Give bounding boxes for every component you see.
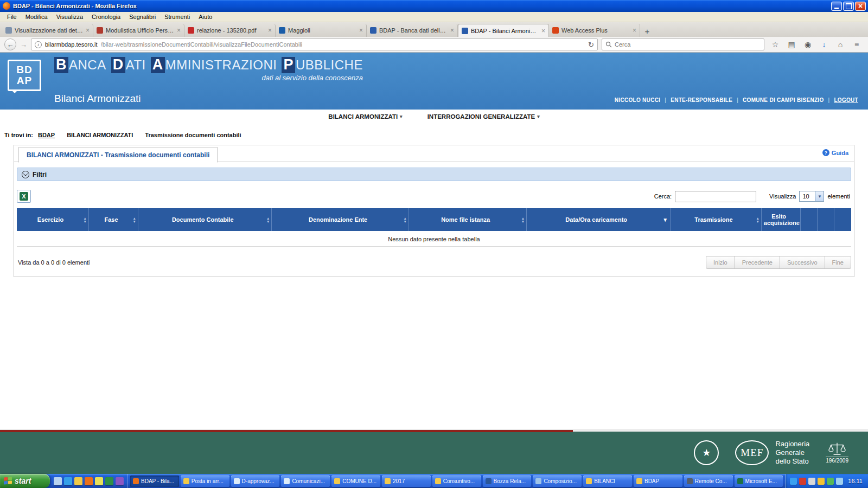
- taskbar-task-bdap[interactable]: BDAP: [634, 476, 682, 487]
- taskbar-task-bdap-bila[interactable]: BDAP - Bila...: [130, 476, 179, 487]
- antivirus-icon[interactable]: [799, 478, 806, 485]
- menu-segnalibri[interactable]: Segnalibri: [125, 13, 159, 21]
- tab-close-icon[interactable]: ×: [541, 27, 545, 35]
- taskbar-task-composizio[interactable]: Composizio...: [533, 476, 582, 487]
- taskbar-clock[interactable]: 16.11: [848, 478, 863, 484]
- browser-tab[interactable]: Maggioli×: [276, 24, 367, 37]
- column-header-fase[interactable]: Fase▲▼: [88, 208, 138, 231]
- minimize-button[interactable]: [831, 2, 842, 11]
- browser-tab[interactable]: Modulistica Ufficio Personale - ...×: [93, 24, 184, 37]
- bookmark-star-icon[interactable]: ☆: [768, 40, 782, 49]
- back-button[interactable]: [4, 38, 16, 50]
- column-header-denominazione-ente[interactable]: Denominazione Ente▲▼: [272, 208, 409, 231]
- mef-circle-icon: MEF: [735, 440, 769, 465]
- search-input[interactable]: [615, 41, 761, 48]
- nav-interrogazioni-generalizzate[interactable]: INTERROGAZIONI GENERALIZZATE▾: [427, 113, 540, 120]
- taskbar-task-comunicazi[interactable]: Comunicazi...: [281, 476, 330, 487]
- pagination-fine[interactable]: Fine: [825, 256, 851, 269]
- scales-icon: [827, 442, 847, 456]
- explorer-icon[interactable]: [95, 477, 103, 485]
- breadcrumb-trasmissione-documenti-contabili[interactable]: Trasmissione documenti contabili: [145, 132, 241, 138]
- breadcrumb-bdap[interactable]: BDAP: [38, 132, 55, 138]
- header-link-niccolo-nucci[interactable]: NICCOLO NUCCI: [615, 97, 660, 103]
- reload-icon[interactable]: [588, 41, 594, 49]
- forward-button[interactable]: [20, 41, 27, 49]
- taskbar-task-microsoft-e[interactable]: Microsoft E...: [735, 476, 783, 487]
- taskbar-task-remote-co[interactable]: Remote Co...: [684, 476, 733, 487]
- pocket-icon[interactable]: ◉: [801, 40, 815, 49]
- taskbar-task-posta-in-arr[interactable]: Posta in arr...: [181, 476, 229, 487]
- downloads-icon[interactable]: ↓: [817, 40, 831, 49]
- windows-flag-icon: [4, 477, 12, 485]
- internet-explorer-icon[interactable]: [64, 477, 72, 485]
- menu-file[interactable]: File: [3, 13, 21, 21]
- network-icon[interactable]: [790, 478, 797, 485]
- show-desktop-icon[interactable]: [54, 477, 62, 485]
- maximize-button[interactable]: [843, 2, 854, 11]
- url-bar[interactable]: bilarmbdap.tesoro.it/bilar-web/trasmissi…: [31, 38, 598, 50]
- pagination-precedente[interactable]: Precedente: [735, 256, 780, 269]
- excel-icon: [20, 192, 28, 201]
- update-icon[interactable]: [818, 478, 825, 485]
- table-search-input[interactable]: [675, 191, 756, 202]
- taskbar-task-bilanci[interactable]: BILANCI: [583, 476, 632, 487]
- home-icon[interactable]: ⌂: [833, 40, 847, 49]
- bookmarks-menu-icon[interactable]: ▤: [784, 40, 799, 49]
- site-info-icon[interactable]: [35, 41, 42, 48]
- taskbar-task-comune-d[interactable]: COMUNE D...: [331, 476, 380, 487]
- menu-modifica[interactable]: Modifica: [22, 13, 52, 21]
- tab-close-icon[interactable]: ×: [450, 27, 454, 34]
- tab-close-icon[interactable]: ×: [177, 27, 181, 34]
- filters-toggle[interactable]: Filtri: [17, 168, 851, 181]
- taskbar-task-2017[interactable]: 2017: [382, 476, 431, 487]
- page-size-select[interactable]: 10: [799, 191, 824, 202]
- page-whitespace: [0, 277, 868, 428]
- window-title: BDAP - Bilanci Armonizzati - Mozilla Fir…: [13, 3, 831, 9]
- outlook-icon[interactable]: [74, 477, 82, 485]
- nav-bilanci-armonizzati[interactable]: BILANCI ARMONIZZATI▾: [328, 113, 402, 120]
- column-header-esercizio[interactable]: Esercizio▲▼: [17, 208, 88, 231]
- app-launcher-icon[interactable]: [116, 477, 124, 485]
- taskbar-task-bozza-rela[interactable]: Bozza Rela...: [483, 476, 532, 487]
- tab-close-icon[interactable]: ×: [86, 27, 90, 34]
- close-button[interactable]: [855, 2, 866, 11]
- browser-tab[interactable]: Visualizzazione dati determina...×: [2, 24, 93, 37]
- header-link-comune-di-campi-bisenzio[interactable]: COMUNE DI CAMPI BISENZIO: [743, 97, 824, 103]
- header-link-ente-responsabile[interactable]: ENTE-RESPONSABILE: [671, 97, 732, 103]
- new-tab-button[interactable]: [640, 25, 654, 37]
- taskbar-task-consuntivo[interactable]: Consuntivo...: [432, 476, 481, 487]
- panel-title-tab[interactable]: BILANCI ARMONIZZATI - Trasmissione docum…: [18, 147, 218, 163]
- column-header-data-ora-caricamento[interactable]: Data/Ora caricamento▼: [527, 208, 671, 231]
- menu-aiuto[interactable]: Aiuto: [195, 13, 216, 21]
- column-header-trasmissione[interactable]: Trasmissione▲▼: [671, 208, 762, 231]
- menu-cronologia[interactable]: Cronologia: [88, 13, 124, 21]
- taskbar-task-d-approvaz[interactable]: D-approvaz...: [231, 476, 280, 487]
- footer-divider-red: [0, 430, 573, 432]
- firefox-icon[interactable]: [85, 477, 93, 485]
- header-link-logout[interactable]: LOGOUT: [834, 97, 858, 103]
- tab-close-icon[interactable]: ×: [359, 27, 363, 34]
- column-header-esito-acquisizione[interactable]: Esito acquisizione: [761, 208, 800, 231]
- tab-close-icon[interactable]: ×: [633, 27, 636, 34]
- breadcrumb-bilanci-armonizzati[interactable]: BILANCI ARMONIZZATI: [67, 132, 133, 138]
- browser-tab[interactable]: BDAP - Bilanci Armonizzati×: [458, 24, 549, 37]
- messenger-icon[interactable]: [836, 478, 843, 485]
- pagination-inizio[interactable]: Inizio: [706, 256, 735, 269]
- browser-tab[interactable]: BDAP - Banca dati delle ammi...×: [367, 24, 458, 37]
- pagination-successivo[interactable]: Successivo: [780, 256, 825, 269]
- menu-visualizza[interactable]: Visualizza: [53, 13, 87, 21]
- volume-icon[interactable]: [808, 478, 815, 485]
- guida-button[interactable]: Guida: [822, 149, 848, 156]
- usb-icon[interactable]: [827, 478, 834, 485]
- column-header-documento-contabile[interactable]: Documento Contabile▲▼: [138, 208, 272, 231]
- browser-tab[interactable]: Web Access Plus×: [549, 24, 640, 37]
- media-player-icon[interactable]: [105, 477, 113, 485]
- menu-icon[interactable]: ≡: [850, 40, 864, 49]
- tab-close-icon[interactable]: ×: [268, 27, 272, 34]
- export-excel-button[interactable]: [17, 190, 31, 203]
- start-button[interactable]: start: [0, 474, 50, 488]
- menu-strumenti[interactable]: Strumenti: [161, 13, 194, 21]
- sort-icon: ▲▼: [756, 217, 759, 223]
- browser-tab[interactable]: relazione - 135280.pdf×: [184, 24, 276, 37]
- column-header-nome-file-istanza[interactable]: Nome file istanza▲▼: [409, 208, 526, 231]
